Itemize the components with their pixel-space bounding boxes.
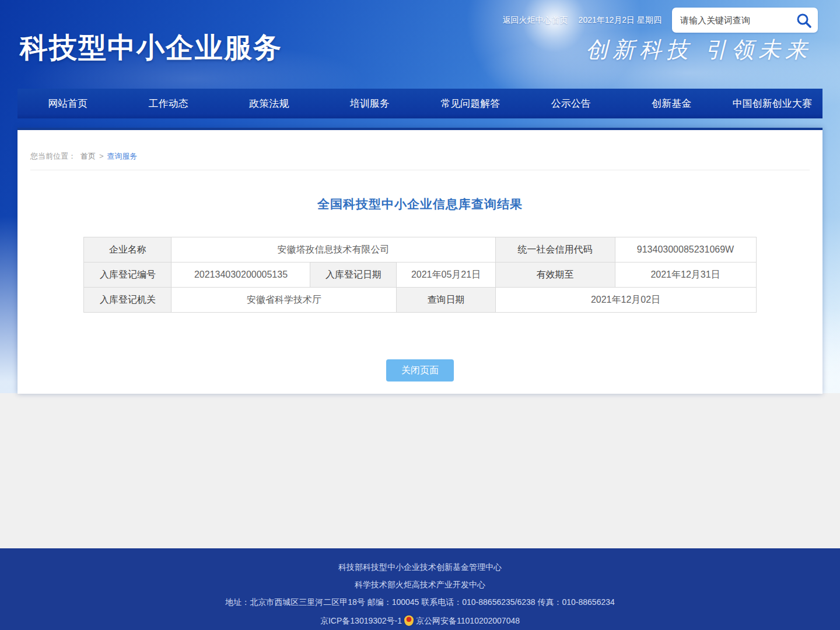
site-footer: 科技部科技型中小企业技术创新基金管理中心 科学技术部火炬高技术产业开发中心 地址… xyxy=(0,548,840,630)
site-logo: 科技型中小企业服务 xyxy=(20,29,282,66)
registration-authority-value: 安徽省科学技术厅 xyxy=(172,288,397,313)
breadcrumb-current-link[interactable]: 查询服务 xyxy=(107,152,138,160)
table-row: 入库登记编号 202134030200005135 入库登记日期 2021年05… xyxy=(84,262,756,288)
query-date-value: 2021年12月02日 xyxy=(495,288,756,313)
registration-authority-label: 入库登记机关 xyxy=(84,288,172,313)
breadcrumb-separator: > xyxy=(99,152,104,160)
content-card: 您当前位置：首页>查询服务 全国科技型中小企业信息库查询结果 企业名称 安徽塔孜… xyxy=(18,128,822,394)
breadcrumb-prefix: 您当前位置： xyxy=(30,152,76,160)
company-name-label: 企业名称 xyxy=(84,237,172,262)
registration-number-value: 202134030200005135 xyxy=(172,262,310,288)
footer-org-line-1: 科技部科技型中小企业技术创新基金管理中心 xyxy=(0,563,840,571)
breadcrumb: 您当前位置：首页>查询服务 xyxy=(18,130,822,162)
security-record-link[interactable]: 京公网安备11010202007048 xyxy=(416,616,520,625)
registration-date-label: 入库登记日期 xyxy=(310,262,397,288)
nav-item-announcements[interactable]: 公示公告 xyxy=(521,89,622,118)
company-name-value: 安徽塔孜信息技术有限公司 xyxy=(172,237,495,262)
site-header: 科技型中小企业服务 返回火炬中心首页 2021年12月2日 星期四 创新科技 引… xyxy=(0,0,840,89)
table-row: 企业名称 安徽塔孜信息技术有限公司 统一社会信用代码 9134030008523… xyxy=(84,237,756,262)
header-slogan: 创新科技 引领未来 xyxy=(586,35,812,65)
registration-number-label: 入库登记编号 xyxy=(84,262,172,288)
footer-org-line-2: 科学技术部火炬高技术产业开发中心 xyxy=(0,580,840,589)
main-nav: 网站首页 工作动态 政策法规 培训服务 常见问题解答 公示公告 创新基金 中国创… xyxy=(18,89,822,118)
police-badge-icon xyxy=(404,615,414,626)
search-box xyxy=(672,8,818,33)
nav-item-faq[interactable]: 常见问题解答 xyxy=(420,89,521,118)
button-row: 关闭页面 xyxy=(18,359,822,382)
page: 科技型中小企业服务 返回火炬中心首页 2021年12月2日 星期四 创新科技 引… xyxy=(0,0,840,630)
credit-code-label: 统一社会信用代码 xyxy=(495,237,615,262)
nav-item-work-news[interactable]: 工作动态 xyxy=(118,89,219,118)
current-date: 2021年12月2日 星期四 xyxy=(579,15,662,26)
valid-until-value: 2021年12月31日 xyxy=(615,262,756,288)
registration-date-value: 2021年05月21日 xyxy=(397,262,495,288)
breadcrumb-divider xyxy=(30,170,810,170)
nav-item-home[interactable]: 网站首页 xyxy=(18,89,118,118)
footer-address-line: 地址：北京市西城区三里河二区甲18号 邮编：100045 联系电话：010-88… xyxy=(0,598,840,606)
footer-record-line: 京ICP备13019302号-1京公网安备11010202007048 xyxy=(0,615,840,626)
header-toolbar: 返回火炬中心首页 2021年12月2日 星期四 xyxy=(503,8,818,33)
valid-until-label: 有效期至 xyxy=(495,262,615,288)
breadcrumb-home-link[interactable]: 首页 xyxy=(80,152,96,160)
nav-item-innovation-fund[interactable]: 创新基金 xyxy=(621,89,722,118)
icp-record-link[interactable]: 京ICP备13019302号-1 xyxy=(320,616,402,625)
nav-item-training[interactable]: 培训服务 xyxy=(320,89,421,118)
nav-item-innovation-contest[interactable]: 中国创新创业大赛 xyxy=(722,89,823,118)
table-row: 入库登记机关 安徽省科学技术厅 查询日期 2021年12月02日 xyxy=(84,288,756,313)
credit-code-value: 91340300085231069W xyxy=(615,237,756,262)
nav-item-policies[interactable]: 政策法规 xyxy=(219,89,320,118)
return-torch-home-link[interactable]: 返回火炬中心首页 xyxy=(503,15,568,26)
search-input[interactable] xyxy=(680,15,791,25)
query-date-label: 查询日期 xyxy=(397,288,495,313)
query-result-table: 企业名称 安徽塔孜信息技术有限公司 统一社会信用代码 9134030008523… xyxy=(83,237,756,313)
close-page-button[interactable]: 关闭页面 xyxy=(386,359,454,382)
search-icon[interactable] xyxy=(796,12,812,29)
page-title: 全国科技型中小企业信息库查询结果 xyxy=(18,196,822,212)
